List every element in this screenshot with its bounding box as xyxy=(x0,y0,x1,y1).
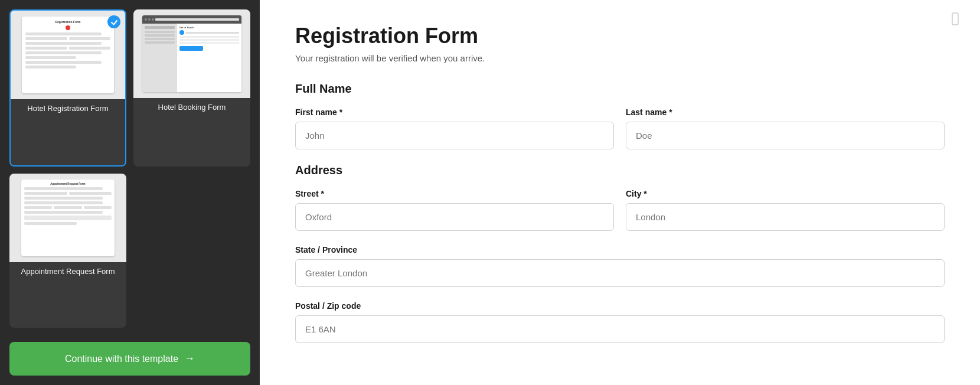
svg-rect-0 xyxy=(952,13,958,25)
city-label: City * xyxy=(626,189,945,198)
mini-red-dot xyxy=(66,25,70,30)
last-name-group: Last name * xyxy=(626,107,945,149)
hotel-booking-thumbnail: Get in Touch xyxy=(133,9,250,98)
right-panel: Registration Form Your registration will… xyxy=(260,0,980,385)
city-group: City * xyxy=(626,189,945,231)
street-input[interactable] xyxy=(295,203,614,231)
street-label: Street * xyxy=(295,189,614,198)
last-name-label: Last name * xyxy=(626,107,945,117)
city-input[interactable] xyxy=(626,203,945,231)
templates-grid: Registration Form xyxy=(9,9,250,337)
first-name-group: First name * xyxy=(295,107,614,149)
postal-field-row: Postal / Zip code xyxy=(295,301,945,343)
continue-button-arrow: → xyxy=(184,353,195,365)
selected-check-badge xyxy=(107,15,120,28)
street-group: Street * xyxy=(295,189,614,231)
left-panel: Registration Form xyxy=(0,0,260,385)
form-subtitle: Your registration will be verified when … xyxy=(295,53,945,63)
section-full-name-heading: Full Name xyxy=(295,82,945,96)
template-card-hotel-booking[interactable]: Get in Touch Hotel Booking For xyxy=(133,9,250,167)
mobile-preview-icon[interactable] xyxy=(948,12,962,28)
appointment-label: Appointment Request Form xyxy=(9,262,126,282)
postal-input[interactable] xyxy=(295,315,945,343)
address-fields-row-1: Street * City * xyxy=(295,189,945,231)
section-address-heading: Address xyxy=(295,164,945,177)
state-label: State / Province xyxy=(295,245,945,255)
first-name-label: First name * xyxy=(295,107,614,117)
state-field-row: State / Province xyxy=(295,245,945,287)
mini-title-1: Registration Form xyxy=(25,20,110,24)
first-name-input[interactable] xyxy=(295,122,614,149)
continue-button-label: Continue with this template xyxy=(65,354,178,364)
hotel-booking-label: Hotel Booking Form xyxy=(133,98,250,118)
name-fields-row: First name * Last name * xyxy=(295,107,945,149)
hotel-registration-label: Hotel Registration Form xyxy=(11,99,125,119)
last-name-input[interactable] xyxy=(626,122,945,149)
appointment-thumbnail: Appointment Request Form xyxy=(9,174,126,262)
postal-group: Postal / Zip code xyxy=(295,301,945,343)
template-card-appointment[interactable]: Appointment Request Form xyxy=(9,174,126,328)
continue-button[interactable]: Continue with this template → xyxy=(9,342,250,376)
state-group: State / Province xyxy=(295,245,945,287)
state-input[interactable] xyxy=(295,259,945,287)
postal-label: Postal / Zip code xyxy=(295,301,945,311)
form-title: Registration Form xyxy=(295,24,945,48)
section-full-name: Full Name First name * Last name * xyxy=(295,82,945,149)
section-address: Address Street * City * State / Province… xyxy=(295,164,945,343)
template-card-hotel-registration[interactable]: Registration Form xyxy=(9,9,126,167)
